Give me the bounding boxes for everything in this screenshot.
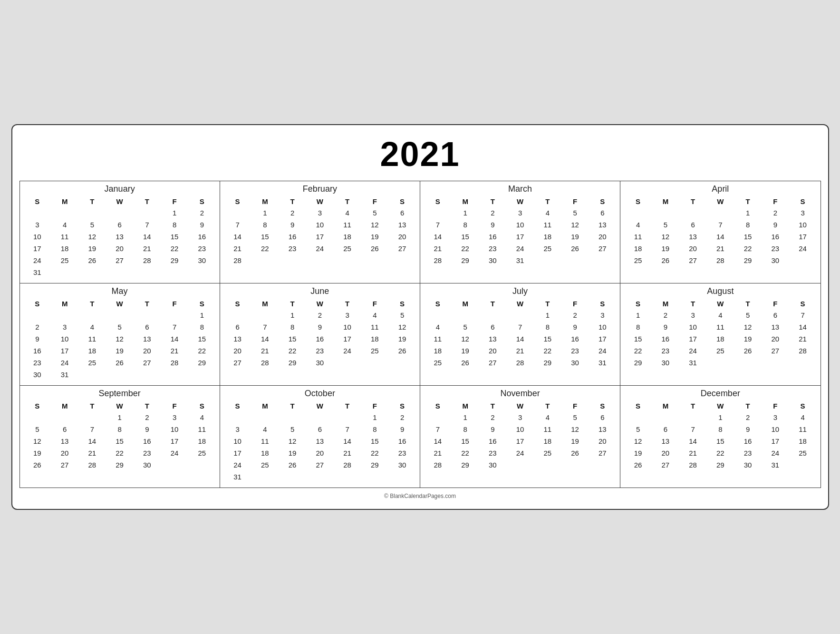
calendar-day: 20 bbox=[224, 345, 251, 357]
calendar-week-row: 3456789 bbox=[24, 219, 216, 231]
calendar-day: 6 bbox=[224, 321, 251, 333]
calendar-day bbox=[561, 471, 589, 475]
month-block-october: OctoberSMTWTFS12345678910111213141516171… bbox=[220, 386, 420, 488]
calendar-day bbox=[134, 309, 161, 321]
calendar-day: 13 bbox=[224, 333, 251, 345]
calendar-day: 16 bbox=[734, 435, 762, 447]
calendar-day: 27 bbox=[479, 357, 507, 369]
calendar-day: 5 bbox=[279, 423, 306, 435]
calendar-day: 21 bbox=[679, 447, 707, 459]
calendar-day bbox=[279, 254, 306, 266]
calendar-day bbox=[624, 369, 652, 372]
calendar-day: 6 bbox=[51, 423, 78, 435]
day-header: T bbox=[734, 400, 762, 411]
month-name-october: October bbox=[224, 389, 416, 400]
calendar-day bbox=[251, 309, 279, 321]
calendar-day bbox=[51, 207, 78, 219]
day-header: S bbox=[388, 196, 416, 207]
calendar-day bbox=[134, 369, 161, 380]
calendar-week-row: 123 bbox=[624, 207, 816, 219]
calendar-day: 2 bbox=[762, 207, 789, 219]
calendar-day bbox=[251, 471, 279, 483]
calendar-week-row bbox=[624, 471, 816, 475]
calendar-day: 25 bbox=[534, 243, 561, 254]
calendar-day: 15 bbox=[106, 435, 134, 447]
calendar-day: 26 bbox=[624, 459, 652, 471]
calendar-table-march: SMTWTFS123456789101112131415161718192021… bbox=[424, 196, 616, 270]
calendar-week-row: 45678910 bbox=[424, 321, 616, 333]
day-header: S bbox=[424, 298, 452, 309]
calendar-day: 28 bbox=[707, 254, 734, 266]
calendar-day: 24 bbox=[506, 447, 534, 459]
day-header: W bbox=[707, 298, 734, 309]
month-name-may: May bbox=[24, 286, 216, 298]
calendar-day bbox=[51, 471, 78, 475]
calendar-day bbox=[361, 254, 389, 266]
calendar-day: 19 bbox=[561, 231, 589, 243]
calendar-day bbox=[479, 309, 507, 321]
calendar-day bbox=[361, 369, 389, 372]
calendar-day: 3 bbox=[334, 309, 361, 321]
calendar-day bbox=[78, 411, 106, 423]
calendar-day: 28 bbox=[424, 254, 452, 266]
calendar-day: 23 bbox=[279, 243, 306, 254]
calendar-day: 12 bbox=[361, 219, 389, 231]
calendar-day: 21 bbox=[789, 333, 817, 345]
day-header: W bbox=[306, 298, 334, 309]
calendar-day: 16 bbox=[279, 231, 306, 243]
calendar-day bbox=[762, 471, 789, 475]
calendar-day: 24 bbox=[306, 243, 334, 254]
calendar-day: 30 bbox=[306, 357, 334, 369]
calendar-day: 10 bbox=[762, 423, 789, 435]
calendar-day: 21 bbox=[424, 447, 452, 459]
calendar-day: 30 bbox=[479, 254, 507, 266]
calendar-day: 17 bbox=[789, 231, 817, 243]
calendar-day: 3 bbox=[51, 321, 78, 333]
calendar-day: 10 bbox=[306, 219, 334, 231]
calendar-day: 10 bbox=[334, 321, 361, 333]
calendar-day: 28 bbox=[78, 459, 106, 471]
month-name-november: November bbox=[424, 389, 616, 400]
calendar-day: 14 bbox=[424, 231, 452, 243]
month-block-september: SeptemberSMTWTFS123456789101112131415161… bbox=[20, 386, 220, 488]
calendar-day: 3 bbox=[679, 309, 707, 321]
calendar-day: 10 bbox=[679, 321, 707, 333]
calendar-day: 10 bbox=[161, 423, 188, 435]
calendar-day: 29 bbox=[707, 459, 734, 471]
calendar-day: 8 bbox=[534, 321, 561, 333]
month-block-june: JuneSMTWTFS12345678910111213141516171819… bbox=[220, 283, 420, 386]
calendar-day: 25 bbox=[624, 254, 652, 266]
calendar-week-row: 262728293031 bbox=[624, 459, 816, 471]
day-header: S bbox=[624, 298, 652, 309]
calendar-day: 16 bbox=[652, 333, 679, 345]
calendar-day: 19 bbox=[361, 231, 389, 243]
calendar-day bbox=[479, 471, 507, 475]
calendar-day: 30 bbox=[24, 369, 51, 380]
calendar-day: 23 bbox=[734, 447, 762, 459]
calendar-day: 30 bbox=[188, 254, 216, 266]
calendar-day: 19 bbox=[106, 345, 134, 357]
calendar-table-december: SMTWTFS123456789101112131415161718192021… bbox=[624, 400, 816, 475]
calendar-day: 27 bbox=[51, 459, 78, 471]
calendar-day bbox=[306, 471, 334, 483]
calendar-day: 27 bbox=[134, 357, 161, 369]
calendar-day bbox=[734, 266, 762, 270]
calendar-day: 20 bbox=[388, 231, 416, 243]
day-header: T bbox=[534, 400, 561, 411]
calendar-week-row: 123456 bbox=[424, 207, 616, 219]
calendar-day bbox=[424, 207, 452, 219]
calendar-day: 29 bbox=[161, 254, 188, 266]
calendar-week-row: 15161718192021 bbox=[624, 333, 816, 345]
calendar-day: 4 bbox=[534, 207, 561, 219]
day-header: T bbox=[279, 196, 306, 207]
calendar-week-row: 567891011 bbox=[24, 423, 216, 435]
calendar-week-row: 11121314151617 bbox=[624, 231, 816, 243]
calendar-day: 4 bbox=[188, 411, 216, 423]
calendar-day bbox=[251, 369, 279, 372]
calendar-day: 20 bbox=[589, 435, 617, 447]
calendar-day: 5 bbox=[734, 309, 762, 321]
calendar-week-row: 12131415161718 bbox=[624, 435, 816, 447]
calendar-day: 16 bbox=[479, 231, 507, 243]
calendar-day: 9 bbox=[762, 219, 789, 231]
calendar-day: 5 bbox=[652, 219, 679, 231]
